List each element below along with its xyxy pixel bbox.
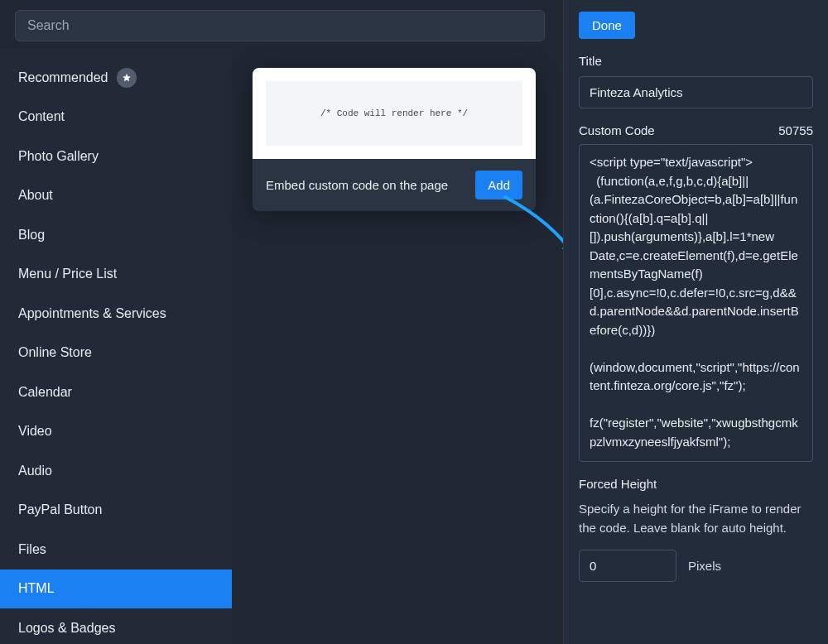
html-widget-card: /* Code will render here */ Embed custom… bbox=[253, 68, 536, 211]
forced-height-section: Forced Height Specify a height for the i… bbox=[564, 462, 828, 582]
sidebar-item-label: Video bbox=[18, 424, 52, 439]
widgets-panel: RecommendedContentPhoto GalleryAboutBlog… bbox=[0, 0, 563, 644]
sidebar-item-photo-gallery[interactable]: Photo Gallery bbox=[0, 137, 232, 176]
html-widget-preview: /* Code will render here */ bbox=[253, 68, 536, 159]
sidebar-item-label: Appointments & Services bbox=[18, 306, 166, 321]
widget-category-sidebar[interactable]: RecommendedContentPhoto GalleryAboutBlog… bbox=[0, 48, 232, 644]
custom-code-textarea[interactable]: <script type="text/javascript"> (functio… bbox=[579, 144, 813, 462]
sidebar-item-label: Files bbox=[18, 542, 46, 557]
sidebar-item-paypal-button[interactable]: PayPal Button bbox=[0, 491, 232, 531]
custom-code-char-count: 50755 bbox=[778, 123, 813, 137]
forced-height-help: Specify a height for the iFrame to rende… bbox=[579, 499, 813, 538]
sidebar-item-online-store[interactable]: Online Store bbox=[0, 334, 232, 373]
done-button[interactable]: Done bbox=[579, 12, 635, 39]
sidebar-item-label: Audio bbox=[18, 464, 52, 478]
html-widget-preview-text: /* Code will render here */ bbox=[266, 81, 522, 146]
sidebar-item-files[interactable]: Files bbox=[0, 530, 232, 570]
sidebar-item-label: Menu / Price List bbox=[18, 267, 117, 281]
forced-height-label: Forced Height bbox=[579, 477, 813, 491]
sidebar-item-label: Photo Gallery bbox=[18, 149, 99, 164]
custom-code-label: Custom Code bbox=[579, 123, 655, 137]
forced-height-input[interactable] bbox=[579, 550, 676, 582]
search-input[interactable] bbox=[15, 10, 545, 41]
title-section: Title bbox=[564, 39, 828, 108]
custom-code-section: Custom Code 50755 <script type="text/jav… bbox=[564, 108, 828, 462]
html-widget-caption: Embed custom code on the page bbox=[266, 178, 448, 192]
sidebar-item-label: Calendar bbox=[18, 385, 72, 400]
properties-panel: Done Title Custom Code 50755 <script typ… bbox=[563, 0, 828, 644]
sidebar-item-about[interactable]: About bbox=[0, 176, 232, 216]
sidebar-item-blog[interactable]: Blog bbox=[0, 215, 232, 255]
sidebar-item-html[interactable]: HTML bbox=[0, 570, 232, 609]
sidebar-item-label: Recommended bbox=[18, 70, 108, 85]
sidebar-item-content[interactable]: Content bbox=[0, 98, 232, 137]
forced-height-units: Pixels bbox=[688, 559, 721, 573]
sidebar-item-appointments-services[interactable]: Appointments & Services bbox=[0, 294, 232, 334]
sidebar-item-calendar[interactable]: Calendar bbox=[0, 372, 232, 412]
title-label: Title bbox=[579, 54, 813, 68]
sidebar-item-recommended[interactable]: Recommended bbox=[0, 58, 232, 98]
star-icon bbox=[117, 68, 137, 88]
sidebar-item-menu-price-list[interactable]: Menu / Price List bbox=[0, 255, 232, 295]
title-input[interactable] bbox=[579, 76, 813, 108]
sidebar-item-logos-badges[interactable]: Logos & Badges bbox=[0, 608, 232, 644]
sidebar-item-audio[interactable]: Audio bbox=[0, 451, 232, 491]
sidebar-item-label: Logos & Badges bbox=[18, 621, 115, 636]
html-widget-footer: Embed custom code on the page Add bbox=[253, 159, 536, 211]
sidebar-item-label: HTML bbox=[18, 581, 55, 596]
sidebar-item-label: About bbox=[18, 188, 53, 203]
add-button[interactable]: Add bbox=[475, 171, 522, 199]
done-bar: Done bbox=[564, 0, 828, 39]
sidebar-item-video[interactable]: Video bbox=[0, 412, 232, 452]
sidebar-item-label: PayPal Button bbox=[18, 502, 102, 517]
sidebar-item-label: Blog bbox=[18, 228, 45, 243]
sidebar-item-label: Content bbox=[18, 109, 65, 124]
sidebar-item-label: Online Store bbox=[18, 345, 92, 360]
search-wrap bbox=[15, 10, 545, 41]
